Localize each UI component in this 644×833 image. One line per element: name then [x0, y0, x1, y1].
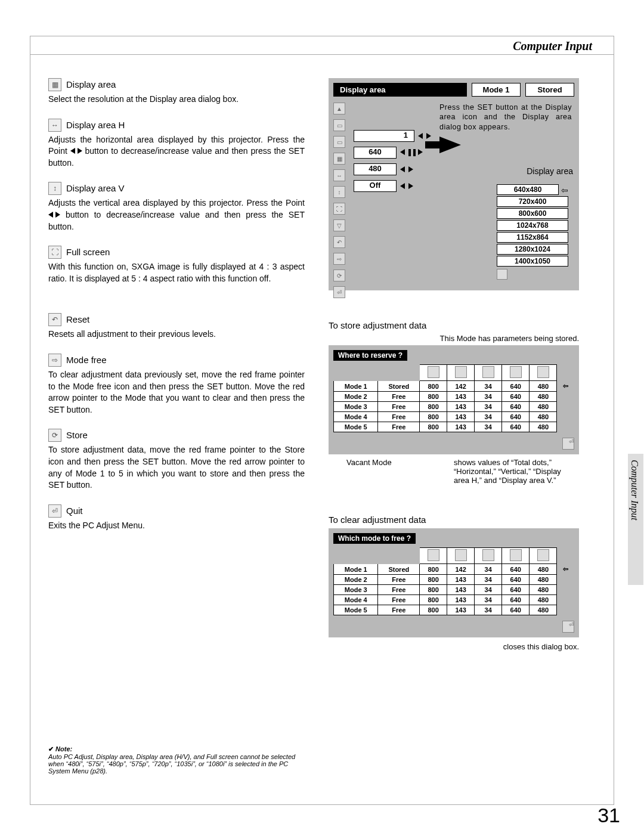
table-cell: 143: [447, 595, 475, 605]
table-row[interactable]: Mode 3Free80014334640480: [334, 585, 574, 595]
col-horizontal-icon: [455, 366, 467, 378]
resolution-option[interactable]: 640x480: [497, 184, 559, 195]
store-sub-annot: This Mode has parameters being stored.: [329, 334, 579, 343]
table-cell: 800: [420, 605, 447, 615]
table-cell: 800: [420, 564, 447, 575]
display-area-v-body: Adjusts the vertical area displayed by t…: [48, 197, 305, 233]
slider-handle-icon[interactable]: [413, 149, 416, 156]
osd-icon-3[interactable]: ▦: [333, 153, 345, 165]
mode-free-title: Mode free: [66, 354, 107, 366]
osd-reset-icon[interactable]: ↶: [333, 236, 345, 248]
table-cell: Mode 5: [334, 605, 378, 615]
display-area-icon: ▦: [48, 78, 61, 91]
table-cell: 800: [420, 392, 447, 402]
store-annot-left: Vacant Mode: [346, 458, 392, 485]
osd-down-icon[interactable]: ▽: [333, 219, 345, 231]
table-row[interactable]: Mode 4Free80014334640480: [334, 595, 574, 605]
table-cell: 480: [530, 381, 557, 392]
table-cell: Stored: [378, 381, 420, 392]
osd-status-label: Stored: [525, 83, 574, 97]
osd-icon-4[interactable]: ↔: [333, 169, 345, 181]
table-exit-icon[interactable]: ⏎: [562, 438, 574, 450]
table-cell: 34: [475, 402, 502, 412]
table-row[interactable]: Mode 5Free80014334640480: [334, 605, 574, 615]
table-row[interactable]: Mode 1Stored80014234640480⇦: [334, 564, 574, 575]
resolution-option[interactable]: 720x400: [497, 196, 568, 207]
row-selector: ⇦: [557, 381, 574, 392]
popup-exit-icon[interactable]: [497, 269, 507, 280]
osd-up-icon[interactable]: ▲: [333, 103, 345, 114]
table-cell: 480: [530, 564, 557, 575]
osd-icon-5[interactable]: ↕: [333, 186, 345, 198]
table-cell: 143: [447, 402, 475, 412]
col-dispareah-icon: [510, 366, 522, 378]
resolution-option[interactable]: 1024x768: [497, 220, 568, 231]
point-right-icon: [55, 212, 60, 218]
table-cell: Free: [378, 605, 420, 615]
table-cell: Mode 3: [334, 402, 378, 412]
big-arrow-icon: [439, 137, 461, 153]
table-cell: 142: [447, 564, 475, 575]
table-cell: 640: [502, 381, 530, 392]
table-exit-icon[interactable]: ⏎: [562, 621, 574, 633]
display-area-title: Display area: [66, 79, 116, 91]
table-cell: 640: [502, 422, 530, 432]
table-cell: 480: [530, 585, 557, 595]
dec-icon[interactable]: [400, 149, 405, 155]
table-cell: 143: [447, 412, 475, 422]
col-dispareah-icon: [510, 549, 522, 561]
side-tab: Computer Input: [628, 454, 643, 585]
table-cell: 34: [475, 564, 502, 575]
dec-icon[interactable]: [400, 183, 405, 189]
table-row[interactable]: Mode 1Stored80014234640480⇦: [334, 381, 574, 392]
table-cell: 34: [475, 392, 502, 402]
table-cell: 480: [530, 575, 557, 585]
table-cell: Free: [378, 422, 420, 432]
osd-icon-2[interactable]: ▭: [333, 136, 345, 148]
table-row[interactable]: Mode 2Free80014334640480: [334, 575, 574, 585]
store-section-title: To store adjustment data: [329, 320, 579, 330]
store-title: Store: [66, 429, 88, 441]
resolution-popup-title: Display area: [527, 166, 573, 176]
table-cell: 480: [530, 595, 557, 605]
osd-modefree-icon[interactable]: ⇨: [333, 253, 345, 265]
table-row[interactable]: Mode 3Free80014334640480: [334, 402, 574, 412]
table-cell: 480: [530, 422, 557, 432]
osd-icon-1[interactable]: ▭: [333, 119, 345, 131]
resolution-option[interactable]: 1280x1024: [497, 244, 568, 255]
inc-icon[interactable]: [426, 133, 431, 139]
slider-handle-icon[interactable]: [408, 149, 411, 156]
osd-mode-label: Mode 1: [472, 83, 521, 97]
table-row[interactable]: Mode 4Free80014334640480: [334, 412, 574, 422]
resolution-option[interactable]: 800x600: [497, 208, 568, 219]
dec-icon[interactable]: [400, 166, 405, 172]
dec-icon[interactable]: [418, 133, 423, 139]
point-right-icon: [78, 148, 82, 154]
osd-icon-6[interactable]: ⛶: [333, 203, 345, 215]
side-tab-label: Computer Input: [629, 460, 640, 475]
resolution-option[interactable]: 1152x864: [497, 232, 568, 243]
osd-quit-icon[interactable]: ⏎: [333, 286, 345, 298]
row-selector: [557, 392, 574, 402]
display-area-h-body: Adjusts the horizontal area displayed by…: [48, 134, 305, 169]
note-body: Auto PC Adjust, Display area, Display ar…: [48, 753, 295, 775]
note-label: Note:: [55, 745, 72, 753]
inc-icon[interactable]: [408, 183, 413, 189]
table-cell: 480: [530, 402, 557, 412]
osd-store-icon[interactable]: ⟳: [333, 270, 345, 281]
row-selector: [557, 422, 574, 432]
col-horizontal-icon: [455, 549, 467, 561]
table-cell: Mode 4: [334, 412, 378, 422]
reset-title: Reset: [66, 314, 89, 326]
table-row[interactable]: Mode 5Free80014334640480: [334, 422, 574, 432]
table-cell: 143: [447, 605, 475, 615]
table-row[interactable]: Mode 2Free80014334640480: [334, 392, 574, 402]
inc-icon[interactable]: [408, 166, 413, 172]
inc-icon[interactable]: [418, 149, 423, 155]
store-table-title: Where to reserve ?: [333, 350, 407, 361]
table-cell: Stored: [378, 564, 420, 575]
resolution-option[interactable]: 1400x1050: [497, 256, 568, 267]
col-totaldots-icon: [428, 366, 439, 378]
table-cell: Mode 1: [334, 564, 378, 575]
osd-value-1: 1: [354, 130, 414, 142]
